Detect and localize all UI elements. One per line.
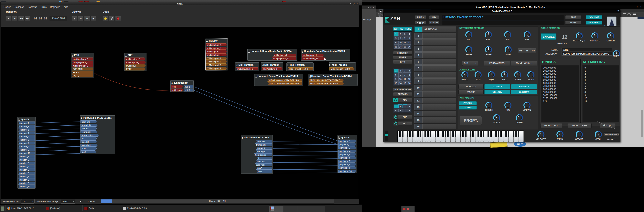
tuning-row[interactable]: 1000.000000: [543, 94, 578, 97]
part-number[interactable]: 4: [414, 46, 422, 52]
part-settings-button[interactable]: PART SETTINGS: [393, 27, 412, 30]
port-midi-through-port-0[interactable]: Midi Through Port-0: [288, 67, 313, 70]
node-midi-through-pb[interactable]: ♪Midi-Throughmidi/playback_1: [235, 62, 259, 71]
grid-cell-13[interactable]: 13: [394, 82, 398, 86]
page-scrollbar[interactable]: [641, 110, 643, 138]
grid-cell-16[interactable]: 16: [407, 82, 411, 86]
patchbay-canvas[interactable]: ♪PCRmidi/playback_1midi/playback_2midi/p…: [1, 27, 359, 199]
grid-cell-7[interactable]: 7: [403, 36, 407, 40]
keymap-row[interactable]: 9: [584, 94, 617, 97]
black-key[interactable]: [498, 131, 499, 137]
knob-pch-d[interactable]: PCH.D: [511, 71, 524, 81]
tuning-row[interactable]: 200.000000: [543, 70, 578, 73]
black-key[interactable]: [500, 131, 502, 137]
black-key[interactable]: [513, 131, 514, 137]
background-window-titlebar[interactable]: – + ✕: [362, 6, 376, 9]
tuning-row[interactable]: 300.000000: [543, 72, 578, 76]
port-pcr-midi[interactable]: PCR MIDI: [125, 64, 146, 67]
grid-cell-15[interactable]: 15: [403, 45, 407, 49]
part-name[interactable]: [422, 117, 456, 123]
tuning-row[interactable]: 1100.000000: [543, 97, 578, 100]
port-playback-3[interactable]: playback_3: [338, 146, 356, 149]
maximize-button[interactable]: +: [614, 10, 616, 12]
keymap-row[interactable]: 0: [584, 66, 617, 70]
grid-cell-1[interactable]: 1: [394, 69, 398, 73]
grid-cell-8[interactable]: 8: [407, 108, 411, 112]
port-front-center[interactable]: front-center: [254, 153, 272, 156]
port-capture-1[interactable]: capture_1: [18, 122, 35, 124]
keymap-row[interactable]: 7: [584, 88, 617, 91]
port-monitor-7[interactable]: monitor_7: [18, 175, 35, 178]
knob-max[interactable]: MAX: [521, 31, 534, 41]
port-capture-2[interactable]: capture_2: [18, 125, 35, 128]
black-key[interactable]: [470, 131, 472, 137]
part-name[interactable]: [422, 85, 456, 90]
account-icon[interactable]: [628, 13, 631, 16]
grid-cell-7[interactable]: 7: [403, 73, 407, 77]
keyshift-button[interactable]: KEY SHIFT: [586, 20, 602, 24]
black-key[interactable]: [472, 131, 474, 137]
node-midi-through-cap[interactable]: ♪Midi-Throughmidi/capture_1: [261, 62, 283, 71]
port-monitor-8[interactable]: monitor_8: [18, 178, 35, 181]
knob-ref-freq-1[interactable]: REF FREQ /1: [572, 32, 587, 42]
black-key[interactable]: [462, 131, 464, 137]
port-capture-3[interactable]: capture_3: [18, 128, 35, 131]
black-key[interactable]: [445, 131, 446, 137]
mx-button[interactable]: Mx: [530, 48, 536, 53]
record-button[interactable]: [115, 16, 121, 21]
black-key[interactable]: [412, 131, 414, 137]
catia-titlebar[interactable]: Catia – ▢ ✕: [0, 2, 359, 5]
controller-bw-exp[interactable]: BW.EXP: [458, 90, 484, 94]
part-row-2[interactable]: 2: [414, 33, 456, 39]
grid-cell-9[interactable]: 9: [394, 77, 398, 81]
port-front-left[interactable]: front-left: [80, 120, 97, 123]
part-number[interactable]: 9: [414, 78, 422, 84]
port-capture-6[interactable]: capture_6: [18, 138, 35, 141]
port-monitor-4[interactable]: monitor_4: [18, 165, 35, 168]
maximize-button[interactable]: +: [370, 6, 372, 8]
tuning-row[interactable]: 2/1: [543, 100, 578, 103]
port-midi-capture-1[interactable]: midi/capture_1: [206, 44, 227, 46]
scale-enable-button[interactable]: ENABLE: [541, 33, 556, 40]
part-number[interactable]: 10: [414, 85, 422, 90]
black-key[interactable]: [518, 131, 519, 137]
effects-button[interactable]: EFFECTS: [393, 92, 412, 96]
node-hoontech-sta-in[interactable]: ♪Hoontech SoundTrack Audio DSP24MIDI-1 H…: [254, 74, 303, 86]
port-midi-1-hoontech-sta-dsp24-0[interactable]: MIDI-1 Hoontech/STA DSP24 0: [309, 79, 344, 82]
grid-cell-10[interactable]: 10: [398, 77, 402, 81]
add-button[interactable]: ADD: [398, 98, 412, 102]
learn-button[interactable]: LEARN: [429, 20, 439, 24]
part-number[interactable]: 13: [414, 104, 422, 110]
knob-vol[interactable]: VOL: [462, 31, 475, 41]
port-playback-4[interactable]: playback_4: [338, 150, 356, 152]
firefox-titlebar[interactable]: Linux MAO | PCR 30 d'édirol et Linux lib…: [376, 6, 644, 9]
black-key[interactable]: [495, 131, 497, 137]
grid-cell-4[interactable]: 4: [407, 32, 411, 36]
grid-cell-13[interactable]: 13: [394, 45, 398, 49]
part-number[interactable]: 5: [414, 52, 422, 58]
knob-fc-d[interactable]: FC.D: [472, 71, 484, 81]
black-key[interactable]: [505, 131, 507, 137]
part-name[interactable]: [422, 40, 456, 45]
pad-enable-toggle[interactable]: [393, 121, 398, 126]
knob-c-val[interactable]: C.VAL: [592, 131, 604, 140]
browser-button[interactable]: BROWSER: [393, 51, 412, 54]
port-monitor-2[interactable]: monitor_2: [18, 158, 35, 161]
part-name[interactable]: [422, 65, 456, 71]
taskbar-item-1[interactable]: Linux MAO | PCR 30 d'...: [6, 205, 44, 211]
port-front-right[interactable]: front-right: [255, 143, 272, 146]
port-timidity-port-2[interactable]: TiMidity port 2: [206, 64, 227, 66]
show-desktop-icon[interactable]: [1, 206, 4, 211]
zyn-titlebar[interactable]: ZynAddSubFX 3.0.3 – + ✕: [384, 10, 620, 12]
keymap-row[interactable]: 8: [584, 91, 617, 94]
minimize-button[interactable]: –: [350, 2, 351, 4]
node-hoontech-midi-pb[interactable]: ♪Hoontech-SoundTrack-Audio-DSP24midi/pla…: [248, 49, 297, 61]
grid-cell-6[interactable]: 6: [398, 36, 402, 40]
knob-thresh[interactable]: THRESH: [482, 102, 495, 111]
port-midi-capture-4[interactable]: midi/capture_4: [206, 54, 227, 56]
portamento-receive-toggle[interactable]: PRT.RCV: [459, 101, 477, 105]
samplerate-dropdown[interactable]: 48000▼: [61, 199, 76, 204]
tuning-row[interactable]: 400.000000: [543, 76, 578, 79]
knob-fq-d[interactable]: FQ.D: [485, 71, 498, 81]
black-key[interactable]: [488, 131, 489, 137]
